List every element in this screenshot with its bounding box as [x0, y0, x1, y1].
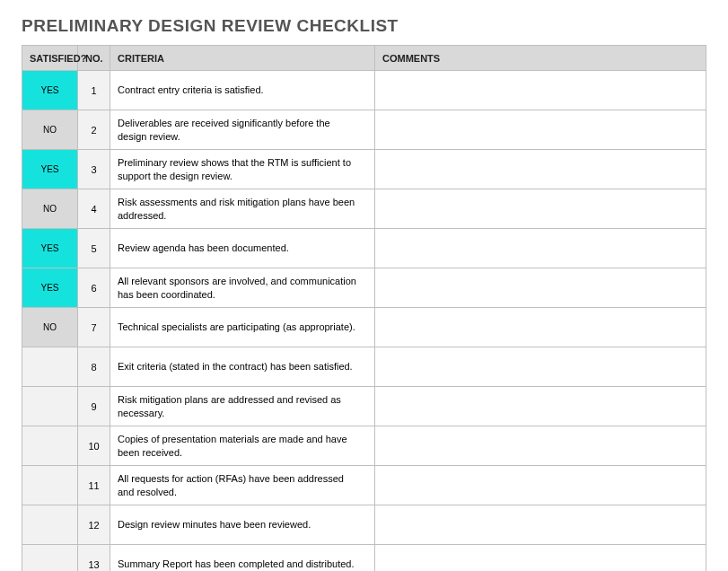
satisfied-cell[interactable] [22, 387, 78, 426]
criteria-cell: Exit criteria (stated in the contract) h… [110, 347, 375, 387]
table-row: YES3Preliminary review shows that the RT… [22, 150, 706, 189]
comments-cell[interactable] [375, 189, 706, 229]
criteria-cell: Risk assessments and risk mitigation pla… [110, 189, 375, 229]
comments-cell[interactable] [375, 150, 706, 189]
row-number-cell: 7 [78, 308, 110, 347]
comments-cell[interactable] [375, 229, 706, 268]
row-number-cell: 13 [78, 545, 110, 572]
comments-cell[interactable] [375, 426, 706, 466]
criteria-cell: Contract entry criteria is satisfied. [110, 71, 375, 110]
satisfied-cell[interactable]: YES [22, 71, 78, 110]
col-header-comments: COMMENTS [375, 46, 706, 71]
criteria-cell: All requests for action (RFAs) have been… [110, 466, 375, 505]
table-row: 12Design review minutes have been review… [22, 505, 706, 545]
criteria-cell: Technical specialists are participating … [110, 308, 375, 347]
page-title: PRELIMINARY DESIGN REVIEW CHECKLIST [22, 16, 706, 36]
criteria-cell: Deliverables are received significantly … [110, 110, 375, 150]
comments-cell[interactable] [375, 505, 706, 545]
comments-cell[interactable] [375, 308, 706, 347]
table-row: YES1Contract entry criteria is satisfied… [22, 71, 706, 110]
checklist-table: SATISFIED? NO. CRITERIA COMMENTS YES1Con… [22, 45, 706, 571]
table-row: 10Copies of presentation materials are m… [22, 426, 706, 466]
row-number-cell: 11 [78, 466, 110, 505]
row-number-cell: 5 [78, 229, 110, 268]
comments-cell[interactable] [375, 71, 706, 110]
criteria-cell: Copies of presentation materials are mad… [110, 426, 375, 466]
row-number-cell: 4 [78, 189, 110, 229]
table-header-row: SATISFIED? NO. CRITERIA COMMENTS [22, 46, 706, 71]
criteria-cell: All relevant sponsors are involved, and … [110, 268, 375, 308]
table-row: 9Risk mitigation plans are addressed and… [22, 387, 706, 426]
comments-cell[interactable] [375, 387, 706, 426]
satisfied-cell[interactable]: NO [22, 308, 78, 347]
row-number-cell: 10 [78, 426, 110, 466]
table-row: 11All requests for action (RFAs) have be… [22, 466, 706, 505]
satisfied-cell[interactable]: YES [22, 150, 78, 189]
satisfied-cell[interactable] [22, 347, 78, 387]
satisfied-cell[interactable]: YES [22, 268, 78, 308]
satisfied-cell[interactable] [22, 505, 78, 545]
comments-cell[interactable] [375, 347, 706, 387]
comments-cell[interactable] [375, 268, 706, 308]
table-row: NO2Deliverables are received significant… [22, 110, 706, 150]
col-header-criteria: CRITERIA [110, 46, 375, 71]
satisfied-cell[interactable] [22, 466, 78, 505]
row-number-cell: 6 [78, 268, 110, 308]
criteria-cell: Design review minutes have been reviewed… [110, 505, 375, 545]
row-number-cell: 8 [78, 347, 110, 387]
comments-cell[interactable] [375, 545, 706, 572]
satisfied-cell[interactable]: YES [22, 229, 78, 268]
row-number-cell: 2 [78, 110, 110, 150]
table-row: YES5Review agenda has been documented. [22, 229, 706, 268]
row-number-cell: 1 [78, 71, 110, 110]
table-row: NO4Risk assessments and risk mitigation … [22, 189, 706, 229]
satisfied-cell[interactable]: NO [22, 110, 78, 150]
row-number-cell: 12 [78, 505, 110, 545]
table-row: 8Exit criteria (stated in the contract) … [22, 347, 706, 387]
satisfied-cell[interactable]: NO [22, 189, 78, 229]
criteria-cell: Risk mitigation plans are addressed and … [110, 387, 375, 426]
comments-cell[interactable] [375, 466, 706, 505]
col-header-satisfied: SATISFIED? [22, 46, 78, 71]
row-number-cell: 3 [78, 150, 110, 189]
criteria-cell: Summary Report has been completed and di… [110, 545, 375, 572]
satisfied-cell[interactable] [22, 426, 78, 466]
row-number-cell: 9 [78, 387, 110, 426]
table-row: NO7Technical specialists are participati… [22, 308, 706, 347]
criteria-cell: Review agenda has been documented. [110, 229, 375, 268]
criteria-cell: Preliminary review shows that the RTM is… [110, 150, 375, 189]
comments-cell[interactable] [375, 110, 706, 150]
table-row: YES6All relevant sponsors are involved, … [22, 268, 706, 308]
satisfied-cell[interactable] [22, 545, 78, 572]
table-row: 13Summary Report has been completed and … [22, 545, 706, 572]
